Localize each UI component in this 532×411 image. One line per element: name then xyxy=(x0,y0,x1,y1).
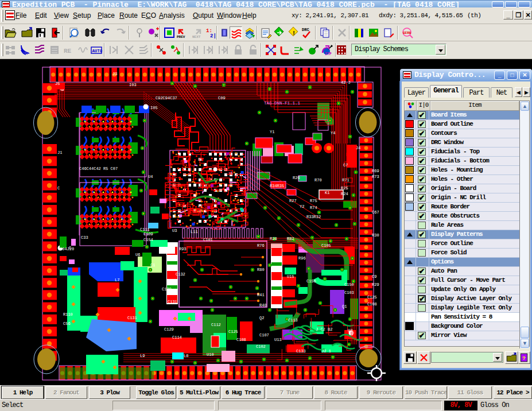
svg-text:R75: R75 xyxy=(310,199,317,203)
svg-text:J C2 B2: J C2 B2 xyxy=(316,327,332,332)
svg-text:R69: R69 xyxy=(372,169,379,173)
svg-text:Y4: Y4 xyxy=(331,131,335,135)
svg-text:!: ! xyxy=(292,30,296,37)
svg-text:C112: C112 xyxy=(211,323,221,327)
svg-text:C111: C111 xyxy=(140,227,150,232)
svg-text:R34R35: R34R35 xyxy=(270,184,284,188)
svg-text:R28: R28 xyxy=(270,236,277,241)
svg-text:C109: C109 xyxy=(143,232,153,236)
svg-text:C46C44C42 R5 C07: C46C44C42 R5 C07 xyxy=(79,166,118,171)
svg-text:R76: R76 xyxy=(257,243,265,248)
svg-text:TAG-DNN-F1.1.1: TAG-DNN-F1.1.1 xyxy=(264,101,301,106)
svg-text:C103: C103 xyxy=(344,290,354,295)
svg-text:PREV: PREV xyxy=(177,35,185,39)
svg-text:C9: C9 xyxy=(372,274,376,279)
svg-text:R110: R110 xyxy=(63,312,73,317)
svg-text:NEXT: NEXT xyxy=(192,35,201,39)
svg-text:L9: L9 xyxy=(140,354,145,358)
svg-text:L8: L8 xyxy=(184,354,188,358)
svg-text:R25: R25 xyxy=(341,186,348,191)
svg-text:J3: J3 xyxy=(112,72,117,76)
svg-text:C67: C67 xyxy=(372,210,379,215)
svg-text:GERB: GERB xyxy=(403,31,411,35)
svg-text:R30: R30 xyxy=(372,233,379,238)
svg-text:C125: C125 xyxy=(228,329,238,334)
svg-text:DRC: DRC xyxy=(302,28,309,32)
svg-text:?: ? xyxy=(522,355,526,362)
svg-text:U4: U4 xyxy=(148,175,153,179)
svg-text:2|: 2| xyxy=(210,33,216,39)
svg-text:C105: C105 xyxy=(321,243,331,248)
svg-text:C: C xyxy=(57,186,60,191)
svg-text:I05: I05 xyxy=(150,106,158,110)
svg-text:C7: C7 xyxy=(343,163,348,168)
svg-text:U10: U10 xyxy=(207,352,214,357)
svg-text:R93: R93 xyxy=(179,247,187,251)
svg-text:RE: RE xyxy=(64,48,72,55)
svg-text:C154: C154 xyxy=(143,238,153,242)
svg-text:Q2: Q2 xyxy=(259,316,264,320)
svg-text:J4: J4 xyxy=(356,146,360,150)
svg-text:C131: C131 xyxy=(127,316,137,320)
svg-text:Y2: Y2 xyxy=(300,204,304,209)
svg-text:C132: C132 xyxy=(176,272,185,277)
svg-text:U2: U2 xyxy=(348,328,352,333)
svg-text:C33: C33 xyxy=(81,235,88,240)
svg-text:R41: R41 xyxy=(257,293,265,297)
svg-text:U6: U6 xyxy=(135,253,140,257)
svg-text:R24: R24 xyxy=(341,192,348,196)
svg-text:C107: C107 xyxy=(259,333,269,338)
svg-text:C108: C108 xyxy=(367,302,377,307)
svg-text:C09: C09 xyxy=(218,96,226,100)
svg-text:R29: R29 xyxy=(372,282,379,287)
svg-text:R74: R74 xyxy=(310,206,317,210)
svg-text:C133: C133 xyxy=(296,349,306,354)
svg-text:C101: C101 xyxy=(203,238,213,242)
svg-text:I04J20: I04J20 xyxy=(60,247,74,251)
svg-text:J5: J5 xyxy=(55,82,60,86)
svg-text:ITP: ITP xyxy=(325,52,332,56)
svg-text:I03: I03 xyxy=(129,83,137,87)
svg-text:R70: R70 xyxy=(314,178,322,183)
svg-text:R71: R71 xyxy=(342,178,350,183)
svg-text:U15: U15 xyxy=(287,274,294,279)
svg-text:R80: R80 xyxy=(257,267,265,272)
svg-text:C150: C150 xyxy=(344,282,354,287)
svg-text:R26: R26 xyxy=(293,176,300,180)
svg-text:Q1: Q1 xyxy=(342,304,347,309)
svg-text:C102: C102 xyxy=(256,344,266,349)
svg-text:J2 1: J2 1 xyxy=(321,349,331,354)
svg-text:U13: U13 xyxy=(274,338,282,342)
svg-text:U3: U3 xyxy=(172,228,177,233)
svg-text:C130: C130 xyxy=(162,287,172,292)
svg-text:C1: C1 xyxy=(150,263,155,267)
svg-text:C156: C156 xyxy=(306,279,316,284)
svg-text:Y1: Y1 xyxy=(270,130,274,134)
svg-text:R73: R73 xyxy=(372,175,379,179)
svg-text:C56: C56 xyxy=(63,321,71,326)
svg-text:C113: C113 xyxy=(288,318,298,323)
svg-text:R33R32: R33R32 xyxy=(306,215,321,219)
svg-text:K1: K1 xyxy=(325,191,329,195)
svg-text:R40: R40 xyxy=(259,303,267,308)
svg-text:L11: L11 xyxy=(191,230,198,234)
svg-text:AUTO: AUTO xyxy=(92,49,102,53)
svg-text:42 J: 42 J xyxy=(341,80,351,85)
svg-text:C108: C108 xyxy=(236,338,246,342)
svg-text:C125: C125 xyxy=(367,295,377,300)
svg-text:J1: J1 xyxy=(57,150,62,155)
svg-text:L7: L7 xyxy=(115,278,119,282)
svg-text:R82: R82 xyxy=(287,236,294,241)
svg-text:C129: C129 xyxy=(164,327,174,332)
svg-text:R96: R96 xyxy=(298,256,306,261)
svg-text:C131: C131 xyxy=(168,300,177,304)
svg-text:C114: C114 xyxy=(172,335,182,340)
svg-text:R27: R27 xyxy=(289,199,297,203)
svg-text:C92C94C37: C92C94C37 xyxy=(156,96,177,100)
